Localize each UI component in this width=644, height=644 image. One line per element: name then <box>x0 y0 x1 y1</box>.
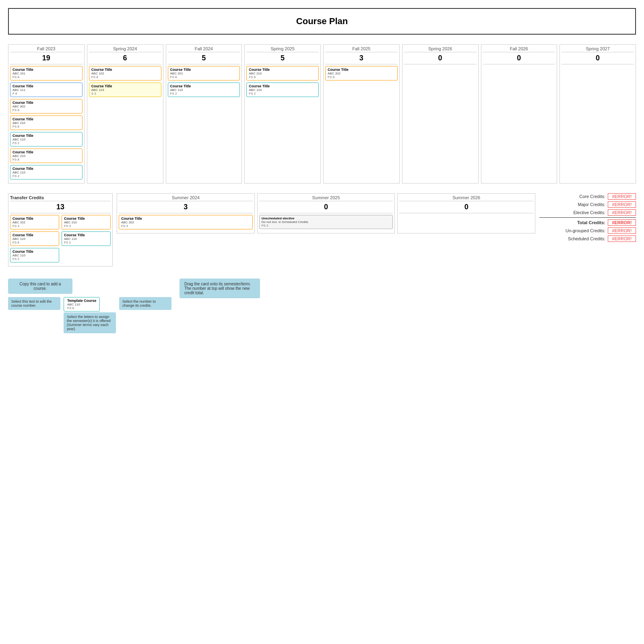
course-card[interactable]: Course Title ABC 111 F 8 <box>10 83 83 97</box>
course-meta: FS 8 <box>249 75 316 79</box>
unscheduled-title: Unscheduled elective <box>262 217 391 220</box>
course-card[interactable]: Course Title ABC 110 FS 2 <box>168 83 240 97</box>
course-meta: FS 8 <box>12 158 80 161</box>
summer-col: Summer 2026 0 <box>397 193 535 233</box>
select-text-annotation: Select this text to edit the course numb… <box>8 297 60 310</box>
semester-col: Fall 2026 0 <box>481 44 557 184</box>
copy-bubble: Copy this card to add a course. <box>8 279 72 294</box>
course-code: ABC 123 <box>91 88 159 92</box>
page-title: Course Plan <box>8 8 636 35</box>
course-card[interactable]: Course Title ABC 101 FS 8 <box>10 66 83 80</box>
semester-credits: 5 <box>246 52 319 64</box>
course-meta: FS 8 <box>91 75 159 79</box>
semester-credits: 0 <box>483 52 555 64</box>
semester-header: Fall 2024 <box>168 46 240 52</box>
course-code: ABC 110 <box>12 254 57 257</box>
credits-label: Total Credits: <box>577 220 605 225</box>
credits-row: Major Credits: #ERROR! <box>539 201 636 208</box>
semester-header: Spring 2026 <box>404 46 477 52</box>
course-card[interactable]: Course Title ABC 201 FS 8 <box>168 66 240 80</box>
course-card[interactable]: Course Title ABC 210 FS 8 <box>246 66 319 80</box>
semester-header: Summer 2024 <box>119 195 253 201</box>
course-card[interactable]: Course Title ABC 210 FS 8 <box>10 149 83 163</box>
course-code: ABC 102 <box>91 72 159 75</box>
course-meta: FS 3 <box>64 224 108 228</box>
unscheduled-card: Unscheduled elective Do not incl. in Sch… <box>259 215 393 229</box>
course-code: ABC 210 <box>64 221 108 224</box>
course-meta: FS 2 <box>12 141 80 145</box>
course-title: Course Title <box>12 68 80 72</box>
course-card[interactable]: Course Title ABC 002 FS 8 <box>10 99 83 114</box>
semester-header: Summer 2026 <box>399 195 533 201</box>
course-code: ABC 111 <box>12 88 80 92</box>
course-title: Course Title <box>249 68 316 72</box>
credits-row: Elective Credits: #ERROR! <box>539 209 636 216</box>
semester-header: Fall 2023 <box>10 46 83 52</box>
course-code: ABC 102 <box>12 221 57 224</box>
semester-credits: 0 <box>259 201 393 213</box>
course-code: ABC 101 <box>12 72 80 75</box>
course-title: Course Title <box>328 68 395 72</box>
course-meta: FS 8 <box>12 241 57 244</box>
course-card[interactable]: Course Title ABC 110 FS 2 <box>10 132 83 147</box>
course-card[interactable]: Course Title ABC 102 FS 8 <box>89 66 161 80</box>
transfer-right: Course Title ABC 210 FS 3 Course Title A… <box>62 215 111 264</box>
bottom-row: Transfer Credits 13 Course Title ABC 102… <box>8 193 636 266</box>
course-card[interactable]: Course Title ABC 110 FS 2 <box>10 248 59 262</box>
semester-header: Spring 2024 <box>89 46 161 52</box>
course-card[interactable]: Course Title ABC 123 S 3 <box>89 83 161 97</box>
credits-value: #ERROR! <box>608 219 636 226</box>
course-card[interactable]: Course Title ABC 110 FS 8 <box>10 231 59 246</box>
semester-header: Spring 2027 <box>561 46 634 52</box>
course-code: ABC 110 <box>12 171 80 174</box>
template-code: ABC 110 <box>67 303 96 306</box>
credits-value: #ERROR! <box>608 201 636 208</box>
credits-label: Scheduled Credits: <box>568 236 605 241</box>
course-card[interactable]: Course Title ABC 110 FS 2 <box>10 165 83 180</box>
course-card[interactable]: Course Title ABC 110 FS 2 <box>246 83 319 97</box>
course-card[interactable]: Course Title ABC 210 FS 3 <box>62 215 111 229</box>
course-card[interactable]: Course Title ABC 102 FS 3 <box>10 215 59 229</box>
semester-credits: 0 <box>404 52 477 64</box>
semester-header: Spring 2025 <box>246 46 319 52</box>
course-card[interactable]: Course Title ABC 202 FS 3 <box>119 215 253 229</box>
semester-col: Spring 2024 6 Course Title ABC 102 FS 8 … <box>87 44 163 184</box>
credits-value: #ERROR! <box>608 209 636 216</box>
semester-credits: 3 <box>325 52 398 64</box>
credits-row: Scheduled Credits: #ERROR! <box>539 235 636 242</box>
transfer-credits-inner: Course Title ABC 102 FS 3 Course Title A… <box>10 215 111 264</box>
course-code: ABC 210 <box>12 121 80 125</box>
semester-credits: 19 <box>10 52 83 64</box>
course-meta: FS 3 <box>121 224 250 228</box>
course-code: ABC 110 <box>12 237 57 241</box>
course-title: Course Title <box>64 233 108 237</box>
semester-credits: 0 <box>399 201 533 213</box>
course-card[interactable]: Course Title ABC 110 FS 2 <box>62 231 111 246</box>
course-card[interactable]: Course Title ABC 210 FS 8 <box>10 116 83 130</box>
course-code: ABC 110 <box>170 88 238 92</box>
course-code: ABC 210 <box>249 72 316 75</box>
semester-credits: 3 <box>119 201 253 213</box>
semester-credits: 0 <box>561 52 634 64</box>
template-card[interactable]: Template Course ABC 110 FS 8 <box>64 297 100 312</box>
course-meta: FS 8 <box>12 75 80 79</box>
select-number-annotation: Select the number to change its credits. <box>119 297 171 310</box>
course-code: ABC 002 <box>12 105 80 108</box>
unscheduled-meta: FS 3 <box>262 224 391 227</box>
course-title: Course Title <box>170 68 238 72</box>
course-title: Course Title <box>12 150 80 154</box>
template-title: Template Course <box>67 299 96 303</box>
semester-col: Spring 2027 0 <box>559 44 636 184</box>
course-meta: FS 2 <box>12 257 57 261</box>
course-code: ABC 202 <box>328 72 395 75</box>
course-title: Course Title <box>91 84 159 88</box>
transfer-credits-header: Transfer Credits <box>10 195 111 201</box>
credits-row: Un-grouped Credits: #ERROR! <box>539 227 636 234</box>
course-card[interactable]: Course Title ABC 202 FS 8 <box>325 66 398 80</box>
template-meta: FS 8 <box>67 306 96 310</box>
semester-header: Fall 2025 <box>325 46 398 52</box>
select-letters-annotation: Select the letters to assign the semeste… <box>64 312 116 333</box>
course-title: Course Title <box>121 217 250 221</box>
course-meta: FS 2 <box>249 92 316 95</box>
semester-credits: 5 <box>168 52 240 64</box>
